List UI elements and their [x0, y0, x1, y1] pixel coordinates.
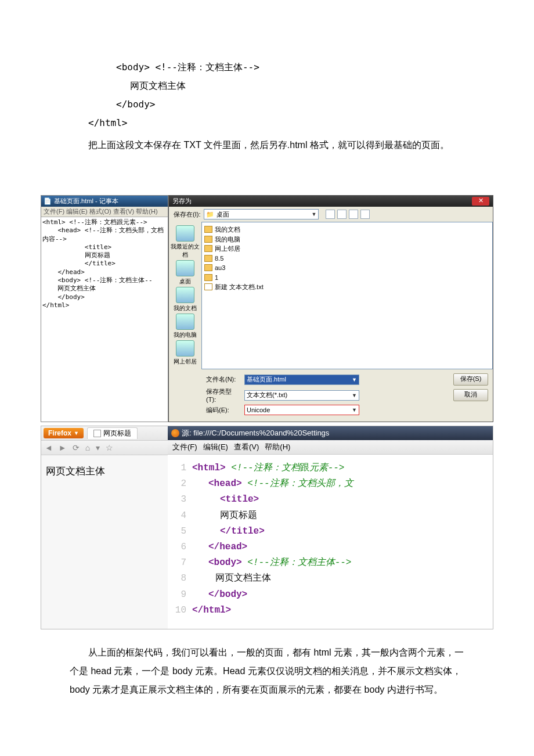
firefox-screenshot: Firefox▼ 网页标题 ◄ ► ⟳ ⌂ ▾ ☆ 网页文档主体 源: file… [41, 426, 493, 629]
code-line: 网页文档主体 [70, 77, 464, 95]
view-source-title: 源: file:///C:/Documents%20and%20Settings [168, 426, 493, 440]
reload-icon[interactable]: ⟳ [73, 443, 80, 452]
view-source-menubar[interactable]: 文件(F)编辑(E)查看(V)帮助(H) [168, 440, 493, 455]
code-line: <body> <!--注释：文档主体--> [70, 58, 464, 77]
notepad-titlebar: 📄 基础页面.html - 记事本 [41, 196, 168, 207]
notepad-icon: 📄 [44, 197, 52, 205]
save-in-label: 保存在(I): [174, 210, 200, 219]
encoding-dropdown[interactable]: Unicode▼ [244, 405, 359, 415]
dialog-title: 另存为 [172, 197, 192, 206]
filetype-dropdown[interactable]: 文本文档(*.txt)▼ [244, 390, 359, 401]
close-button[interactable]: ✕ [472, 197, 489, 206]
code-line: </body> [70, 95, 464, 114]
back-icon[interactable]: ◄ [45, 443, 53, 452]
firefox-icon [171, 429, 179, 437]
nav-up-icon[interactable] [337, 210, 347, 219]
source-code-pane[interactable]: 1<html> <!--注释：文档跟元素-->2<head> <!--注释：文档… [168, 455, 493, 629]
paragraph: 从上面的框架代码，我们可以看出，一般的页面，都有 html 元素，其一般内含两个… [70, 643, 464, 699]
notepad-menubar[interactable]: 文件(F)编辑(E)格式(O)查看(V)帮助(H) [41, 207, 168, 217]
notepad-textarea[interactable]: <html> <!--注释：文档跟元素--> <head> <!--注释：文档头… [41, 217, 168, 356]
save-as-dialog: 另存为 ✕ 保存在(I): 📁 桌面▼ 我最近的文档 桌面 我的文档 我的电脑 … [168, 195, 493, 422]
places-bar[interactable]: 我最近的文档 桌面 我的文档 我的电脑 网上邻居 [169, 222, 201, 369]
cancel-button[interactable]: 取消 [453, 389, 488, 401]
encoding-label: 编码(E): [206, 406, 241, 415]
firefox-menu-button[interactable]: Firefox▼ [44, 428, 84, 438]
save-button[interactable]: 保存(S) [453, 373, 488, 386]
filename-label: 文件名(N): [206, 375, 241, 384]
nav-back-icon[interactable] [326, 210, 335, 219]
file-list[interactable]: 我的文档 我的电脑 网上邻居 8.5 au3 1 新建 文本文档.txt [201, 222, 493, 369]
notepad-and-save-screenshot: 📄 基础页面.html - 记事本 文件(F)编辑(E)格式(O)查看(V)帮助… [41, 195, 493, 422]
browser-tab[interactable]: 网页标题 [87, 427, 138, 439]
home-icon[interactable]: ⌂ [85, 443, 90, 452]
paragraph: 把上面这段文本保存在 TXT 文件里面，然后另存.html 格式，就可以得到最基… [70, 136, 464, 154]
forward-icon[interactable]: ► [59, 443, 67, 452]
code-sample: <body> <!--注释：文档主体--> 网页文档主体 </body> </h… [70, 58, 464, 132]
filetype-label: 保存类型(T): [206, 387, 241, 403]
filename-input[interactable]: 基础页面.html▼ [244, 375, 359, 385]
save-in-dropdown[interactable]: 📁 桌面▼ [204, 209, 319, 219]
new-folder-icon[interactable] [349, 210, 358, 219]
page-icon [93, 430, 101, 437]
bookmark-icon[interactable]: ☆ [106, 443, 113, 452]
dropdown-icon[interactable]: ▾ [96, 443, 100, 452]
code-line: </html> [70, 114, 464, 132]
rendered-page: 网页文档主体 [41, 455, 168, 487]
view-menu-icon[interactable] [360, 210, 370, 219]
